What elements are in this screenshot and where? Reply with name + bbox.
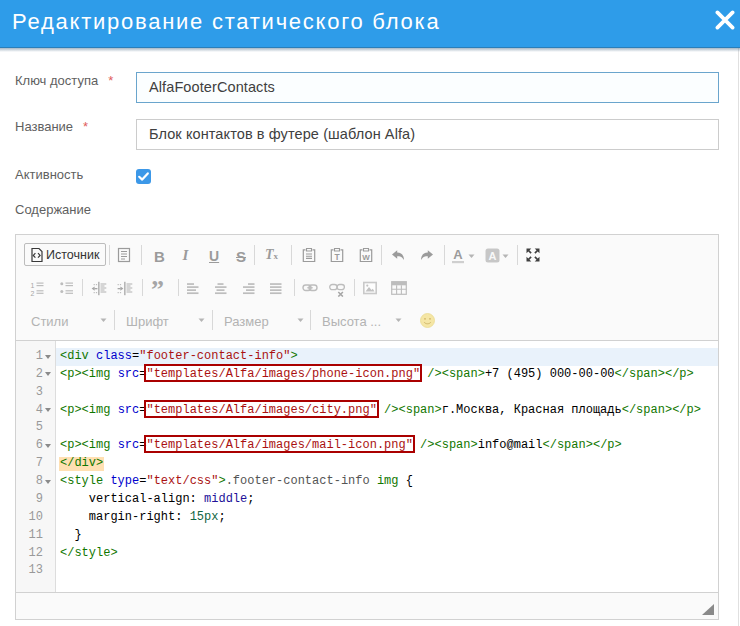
- svg-text:W: W: [362, 253, 370, 262]
- svg-text:2: 2: [31, 290, 35, 297]
- svg-text:A: A: [453, 248, 463, 262]
- svg-text:T: T: [334, 252, 340, 262]
- svg-text:1: 1: [31, 282, 35, 289]
- svg-text:A: A: [489, 250, 497, 262]
